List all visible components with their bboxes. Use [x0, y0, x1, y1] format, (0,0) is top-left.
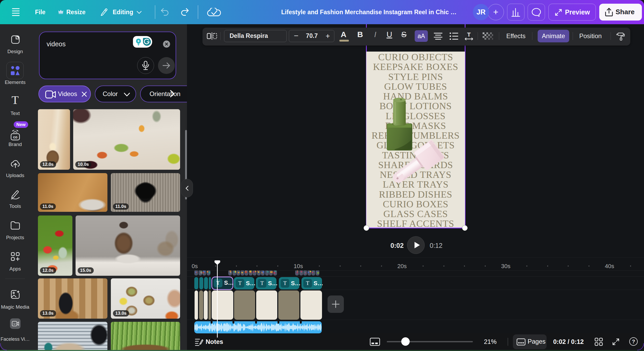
- svg-text:co: co: [13, 135, 17, 139]
- svg-text:T: T: [467, 32, 471, 38]
